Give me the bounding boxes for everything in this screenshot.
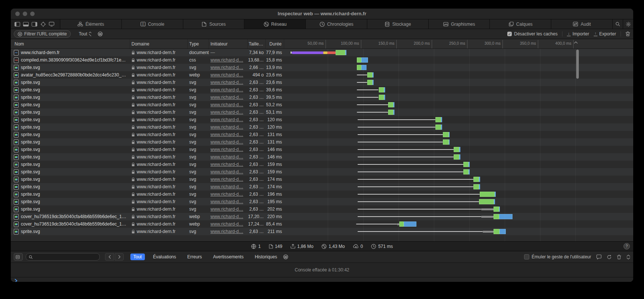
waterfall-blue-segment (479, 177, 480, 182)
dock-right-icon[interactable] (32, 22, 37, 26)
device-icon[interactable] (49, 21, 54, 27)
image-file-icon (14, 207, 19, 212)
resource-type: svg (188, 168, 209, 176)
resource-domain: www.richard-dern.fr (137, 184, 175, 189)
resource-size: 2,63 … (248, 94, 266, 101)
initiator-link[interactable]: www.richard-d… (210, 87, 243, 92)
settings-tab[interactable] (623, 19, 633, 29)
console-tab-erreurs[interactable]: Erreurs (184, 254, 205, 260)
clear-network-button[interactable] (625, 31, 630, 37)
column-header-type[interactable]: Type (188, 39, 209, 48)
status-value: 1,43 Mo (329, 244, 345, 249)
waterfall-cell (284, 108, 633, 116)
initiator-link[interactable]: www.richard-d… (210, 80, 243, 85)
console-messages-button[interactable] (596, 255, 602, 259)
tab-chronologies[interactable]: Chronologies (305, 19, 367, 29)
help-button[interactable]: ? (624, 243, 630, 249)
resource-name: sprite.svg (21, 95, 40, 100)
search-tab[interactable] (612, 19, 623, 29)
console-tab-tout[interactable]: Tout (130, 254, 145, 260)
console-tab-avertissements[interactable]: Avertissements (210, 254, 247, 260)
console-tab-historiques[interactable]: Historiques (252, 254, 280, 260)
waterfall-cell (284, 191, 633, 198)
column-header-name[interactable]: Nom (11, 39, 130, 48)
image-file-icon (14, 139, 19, 145)
initiator-link[interactable]: www.richard-d… (210, 192, 243, 197)
reload-console-button[interactable] (607, 255, 612, 259)
console-icon: Σ (140, 21, 146, 27)
console-prompt[interactable] (11, 277, 633, 282)
initiator-link[interactable]: www.richard-d… (210, 177, 243, 182)
resource-duration: 13,9 ms (266, 64, 284, 71)
waterfall-cell (284, 168, 633, 176)
waterfall-green-segment (357, 65, 361, 70)
initiator-link[interactable]: www.richard-d… (210, 139, 243, 145)
initiator-link[interactable]: www.richard-d… (210, 169, 243, 174)
tab-graphismes[interactable]: Graphismes (428, 19, 490, 29)
clear-console-button[interactable] (617, 255, 621, 259)
resource-type: svg (188, 176, 209, 183)
export-button[interactable]: ↑ Exporter (594, 31, 616, 37)
console-tab-évaluations[interactable]: Évaluations (150, 254, 179, 260)
collapse-console-button[interactable] (626, 255, 630, 259)
svg-text:Σ: Σ (142, 23, 144, 26)
waterfall-blue-segment (449, 139, 450, 145)
lock-icon (131, 163, 135, 167)
tab-audit[interactable]: Audit (551, 19, 612, 29)
tab-éléments[interactable]: Éléments (60, 19, 121, 29)
initiator-link[interactable]: www.richard-d… (210, 184, 243, 189)
next-result-button[interactable] (115, 253, 124, 261)
initiator-link[interactable]: www.richard-d… (210, 199, 243, 204)
initiator-link[interactable]: www.richard-d… (210, 72, 243, 78)
initiator-link[interactable]: www.richard-d… (210, 229, 243, 234)
initiator-link[interactable]: www.richard-d… (210, 125, 243, 130)
resource-type: webp (188, 213, 209, 220)
console-scope-button[interactable] (14, 253, 23, 261)
initiator-link[interactable]: www.richard-d… (210, 162, 243, 167)
resource-size: 2,63 … (248, 123, 266, 131)
tab-réseau[interactable]: Réseau (244, 19, 305, 29)
scroll-up-icon[interactable] (574, 41, 578, 44)
initiator-link[interactable]: www.richard-d… (210, 207, 243, 212)
group-media-icon[interactable] (98, 31, 103, 37)
resource-type-select[interactable]: Tout (79, 31, 92, 37)
column-header-domain[interactable]: Domaine (130, 39, 188, 48)
disable-caches-checkbox[interactable]: ✓ Désactiver les caches (507, 31, 558, 37)
url-filter-input[interactable]: Filtrer l'URL complète (14, 30, 71, 38)
import-button[interactable]: ↓ Importer (567, 31, 589, 37)
initiator-link[interactable]: www.richard-d… (210, 57, 243, 63)
emulate-user-gesture-checkbox[interactable]: Émuler le geste de l'utilisateur (524, 254, 591, 259)
initiator-link[interactable]: www.richard-d… (210, 102, 243, 107)
element-picker-icon[interactable] (40, 21, 46, 27)
resource-duration: 196 ms (266, 191, 284, 198)
initiator-link[interactable]: www.richard-d… (210, 95, 243, 100)
tab-console[interactable]: ΣConsole (121, 19, 183, 29)
resource-size: 2,63 … (248, 176, 266, 183)
column-header-duration[interactable]: Durée (266, 39, 284, 48)
initiator-link[interactable]: www.richard-d… (210, 117, 243, 122)
column-header-initiator[interactable]: Initiateur (209, 39, 248, 48)
tab-calques[interactable]: Calques (489, 19, 551, 29)
console-sources-icon[interactable] (283, 254, 288, 259)
initiator-link[interactable]: www.richard-d… (210, 221, 243, 227)
initiator-link[interactable]: www.richard-d… (210, 147, 243, 152)
lock-icon (131, 58, 135, 62)
vertical-scrollbar[interactable] (576, 50, 579, 79)
initiator-link[interactable]: www.richard-d… (210, 154, 243, 160)
tab-stockage[interactable]: Stockage (367, 19, 428, 29)
tab-sources[interactable]: Sources (183, 19, 244, 29)
console-search-input[interactable] (26, 253, 100, 261)
window-title: Inspecteur web — www.richard-dern.fr (11, 11, 633, 16)
initiator-link[interactable]: www.richard-d… (210, 65, 243, 70)
initiator-link[interactable]: www.richard-d… (210, 132, 243, 137)
previous-result-button[interactable] (105, 253, 114, 261)
dock-left-icon[interactable] (15, 22, 20, 26)
waterfall-line-segment (357, 104, 388, 105)
column-header-size[interactable]: Taille… (248, 39, 266, 48)
search-icon (615, 21, 621, 27)
initiator-link[interactable]: www.richard-d… (210, 110, 243, 115)
lock-icon (131, 51, 135, 55)
dock-bottom-icon[interactable] (23, 22, 29, 26)
resource-duration: 39,5 ms (266, 94, 284, 101)
initiator-link[interactable]: www.richard-d… (210, 214, 243, 219)
